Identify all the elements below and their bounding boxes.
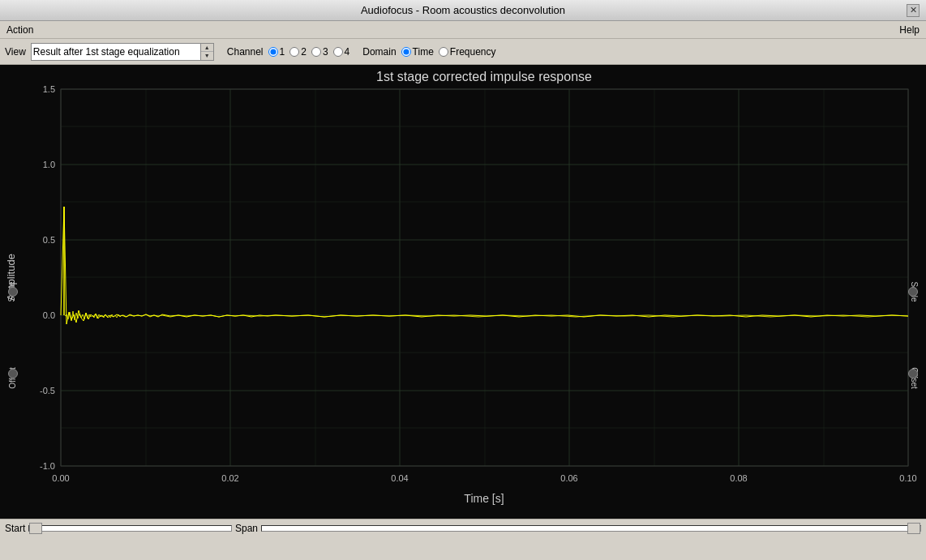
window-title: Audiofocus - Room acoustics deconvolutio… [361, 4, 565, 16]
channel-1-label: 1 [280, 46, 285, 58]
select-arrow-up-icon[interactable]: ▲ [201, 44, 213, 53]
svg-text:-1.0: -1.0 [40, 461, 55, 471]
channel-2-label: 2 [301, 46, 307, 58]
help-menu[interactable]: Help [896, 23, 923, 37]
svg-text:0.10: 0.10 [899, 473, 916, 483]
scale-left-handle[interactable] [8, 287, 18, 297]
svg-text:0.06: 0.06 [560, 473, 577, 483]
chart-container: Scale Scale Offset Offset [0, 65, 926, 519]
offset-left-handle[interactable] [8, 369, 18, 378]
channel-2-item[interactable]: 2 [289, 46, 307, 58]
channel-group: Channel 1 2 3 4 [227, 46, 349, 58]
channel-3-item[interactable]: 3 [311, 46, 328, 58]
domain-radio-group: Time Frequency [401, 46, 496, 58]
channel-radio-group: 1 2 3 4 [268, 46, 350, 58]
channel-1-item[interactable]: 1 [268, 46, 285, 58]
scale-right-handle[interactable] [908, 287, 918, 297]
select-arrow-down-icon[interactable]: ▼ [201, 52, 213, 60]
svg-text:0.00: 0.00 [52, 473, 69, 483]
domain-group: Domain Time Frequency [362, 46, 495, 58]
svg-text:1.5: 1.5 [43, 84, 55, 94]
close-button[interactable]: ✕ [907, 4, 920, 17]
span-label: Span [235, 523, 258, 534]
svg-text:0.04: 0.04 [391, 473, 408, 483]
channel-4-item[interactable]: 4 [333, 46, 350, 58]
action-menu[interactable]: Action [3, 23, 36, 37]
channel-label: Channel [227, 46, 264, 58]
channel-3-label: 3 [323, 46, 328, 58]
channel-3-radio[interactable] [311, 47, 321, 57]
span-slider-thumb[interactable] [907, 523, 920, 534]
domain-frequency-radio[interactable] [439, 47, 448, 57]
view-select[interactable]: Result after 1st stage equalization [31, 43, 201, 61]
titlebar: Audiofocus - Room acoustics deconvolutio… [0, 0, 926, 21]
domain-frequency-item[interactable]: Frequency [439, 46, 496, 58]
x-axis-label: Time [s] [464, 492, 504, 505]
start-slider-thumb[interactable] [29, 523, 42, 534]
domain-label: Domain [362, 46, 396, 58]
svg-text:0.02: 0.02 [221, 473, 238, 483]
menubar-left: Action [3, 23, 36, 37]
view-select-arrows[interactable]: ▲ ▼ [201, 43, 214, 61]
start-slider[interactable] [28, 525, 232, 532]
channel-1-radio[interactable] [268, 47, 278, 57]
chart-title: 1st stage corrected impulse response [376, 70, 592, 83]
domain-time-item[interactable]: Time [401, 46, 434, 58]
start-label: Start [5, 523, 25, 534]
view-select-wrapper: Result after 1st stage equalization ▲ ▼ [31, 43, 214, 61]
svg-text:0.08: 0.08 [730, 473, 747, 483]
channel-2-radio[interactable] [289, 47, 299, 57]
view-label: View [5, 46, 26, 58]
span-slider[interactable] [261, 525, 921, 532]
domain-time-radio[interactable] [401, 47, 411, 57]
toolbar: View Result after 1st stage equalization… [0, 39, 926, 65]
menubar: Action Help [0, 21, 926, 39]
start-section: Start [5, 523, 232, 534]
domain-frequency-label: Frequency [450, 46, 496, 58]
channel-4-radio[interactable] [333, 47, 343, 57]
chart-svg: 1st stage corrected impulse response 1.5… [0, 65, 926, 519]
channel-4-label: 4 [345, 46, 350, 58]
offset-right-handle[interactable] [908, 369, 918, 378]
svg-text:1.0: 1.0 [43, 160, 55, 169]
svg-text:-0.5: -0.5 [40, 386, 55, 395]
view-group: View Result after 1st stage equalization… [5, 43, 214, 61]
svg-rect-0 [0, 65, 926, 519]
svg-text:0.0: 0.0 [43, 310, 55, 320]
domain-time-label: Time [413, 46, 434, 58]
svg-text:0.5: 0.5 [43, 235, 55, 245]
span-section: Span [235, 523, 921, 534]
bottom-bar: Start Span [0, 519, 926, 536]
